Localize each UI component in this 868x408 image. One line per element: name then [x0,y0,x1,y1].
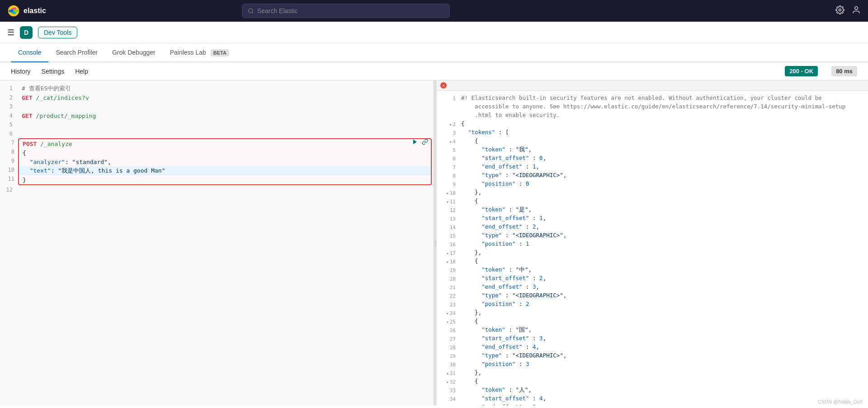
editor-line-7: POST /_analyze [19,139,431,148]
output-line-1b: accessible to anyone. See https://www.el… [437,103,868,112]
close-output-button[interactable]: × [440,82,447,89]
output-line-6: 6 "start_offset" : 0, [437,155,868,163]
help-button[interactable]: Help [75,68,88,75]
output-line-27: 27 "start_offset" : 3, [437,335,868,343]
status-badge: 200 - OK [785,66,818,76]
svg-point-5 [248,9,252,13]
search-icon [248,8,254,14]
output-line-13: 13 "start_offset" : 1, [437,215,868,223]
output-line-1: 1 #! Elasticsearch built-in security fea… [437,94,868,103]
editor-line-11: } [19,175,431,184]
output-line-18: ▾18 { [437,258,868,266]
run-button[interactable] [412,139,418,147]
tab-console[interactable]: Console [11,43,48,62]
output-panel: × 1 #! Elasticsearch built-in security f… [437,80,868,405]
output-line-8: 8 "type" : "<IDEOGRAPHIC>", [437,172,868,180]
output-line-5: 5 "token" : "我", [437,146,868,155]
app-badge: D [20,26,33,39]
output-line-30: 30 "position" : 3 [437,361,868,369]
top-navbar: elastic [0,0,868,22]
output-line-29: 29 "type" : "<IDEOGRAPHIC>", [437,352,868,361]
editor-line-4: 4 GET /product/_mapping [0,111,434,120]
svg-point-8 [855,6,858,9]
output-line-1c: .html to enable security. [437,112,868,120]
dev-tools-button[interactable]: Dev Tools [38,27,77,38]
output-line-7: 7 "end_offset" : 1, [437,163,868,172]
editor-line-9: "analyzer": "standard", [19,157,431,166]
output-line-14: 14 "end_offset" : 2, [437,223,868,232]
svg-point-7 [839,9,841,11]
editor-panel: 1 # 查看ES中的索引 2 GET /_cat/indices?v 3 4 G… [0,80,434,405]
output-line-28: 28 "end_offset" : 4, [437,343,868,352]
output-line-26: 26 "token" : "国", [437,326,868,335]
output-line-2: ▾2 { [437,120,868,129]
editor-line-2: 2 GET /_cat/indices?v [0,93,434,102]
output-line-15: 15 "type" : "<IDEOGRAPHIC>", [437,232,868,240]
history-button[interactable]: History [11,68,31,75]
hamburger-icon[interactable]: ☰ [7,28,14,38]
output-line-17: ▾17 }, [437,249,868,258]
editor-line-12: 12 [0,185,434,194]
editor-line-3: 3 [0,102,434,111]
request-block: POST /_analyze { "analyzer": "standard",… [0,138,432,185]
output-line-3: 3 "tokens" : [ [437,129,868,137]
tab-search-profiler[interactable]: Search Profiler [48,43,105,62]
output-line-23: 23 "position" : 2 [437,300,868,309]
output-line-24: ▾24 }, [437,309,868,318]
svg-line-6 [252,12,253,13]
settings-button[interactable]: Settings [42,68,65,75]
watermark: CSDN @Naijia_Ov0 [818,399,863,404]
output-line-22: 22 "type" : "<IDEOGRAPHIC>", [437,292,868,300]
output-line-16: 16 "position" : 1 [437,240,868,249]
output-line-31: ▾31 }, [437,369,868,378]
request-action-buttons [412,138,428,147]
editor-content[interactable]: 1 # 查看ES中的索引 2 GET /_cat/indices?v 3 4 G… [0,80,434,405]
settings-icon[interactable] [835,5,844,17]
output-line-34: 34 "start_offset" : 4, [437,395,868,403]
output-line-10: ▾10 }, [437,189,868,197]
app-header: ☰ D Dev Tools [0,22,868,43]
elastic-logo-icon [7,5,20,17]
output-line-21: 21 "end_offset" : 3, [437,283,868,292]
output-content[interactable]: 1 #! Elasticsearch built-in security fea… [437,91,868,405]
output-line-25: ▾25 { [437,318,868,326]
output-line-35: 35 "end_offset" : 5, [437,403,868,405]
elastic-brand-text: elastic [24,7,46,15]
output-line-4: ▾4 { [437,137,868,146]
tabs-bar: Console Search Profiler Grok Debugger Pa… [0,43,868,62]
global-search-input[interactable] [257,7,444,14]
editor-line-8: { [19,148,431,157]
global-search-bar[interactable] [242,4,450,18]
editor-line-5: 5 [0,120,434,129]
output-line-32: ▾32 { [437,378,868,386]
main-content: 1 # 查看ES中的索引 2 GET /_cat/indices?v 3 4 G… [0,80,868,405]
editor-line-1: 1 # 查看ES中的索引 [0,84,434,93]
output-line-33: 33 "token" : "人", [437,386,868,395]
nav-icons [835,5,861,17]
output-line-12: 12 "token" : "是", [437,206,868,215]
output-toolbar: × [437,80,868,91]
output-line-20: 20 "start_offset" : 2, [437,275,868,283]
tab-grok-debugger[interactable]: Grok Debugger [105,43,163,62]
svg-marker-9 [413,140,417,145]
editor-line-10: "text": "我是中国人, this is a good Man" [19,166,431,175]
elastic-logo[interactable]: elastic [7,5,46,17]
ms-badge: 80 ms [831,66,857,76]
user-icon[interactable] [852,5,861,17]
output-line-19: 19 "token" : "中", [437,266,868,275]
copy-as-curl-button[interactable] [422,139,428,147]
editor-line-6: 6 [0,129,434,138]
beta-badge: BETA [211,49,229,56]
console-toolbar: History Settings Help 200 - OK 80 ms [0,62,868,80]
line-numbers-overlay: 7 8 9 10 11 [0,138,18,183]
output-line-11: ▾11 { [437,197,868,206]
output-line-9: 9 "position" : 0 [437,180,868,189]
tab-painless-lab[interactable]: Painless Lab BETA [163,43,236,62]
